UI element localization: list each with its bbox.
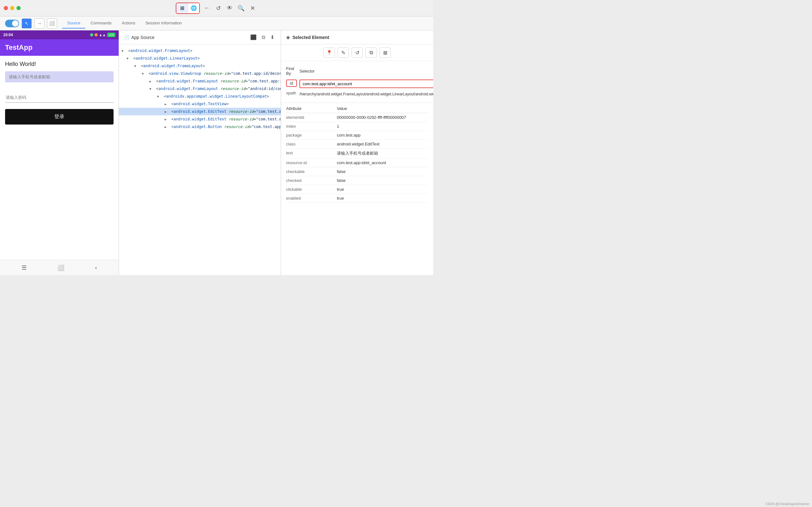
tree-node-framelayout-actionbar[interactable]: ▶ <android.widget.FrameLayout resource-i… — [119, 77, 281, 85]
toggle-knob — [12, 20, 18, 26]
tree-node-framelayout-2[interactable]: ▼ <android.widget.FrameLayout> — [119, 62, 281, 70]
tree-node-viewgroup-3[interactable]: ▼ <android.view.ViewGroup resource-id="c… — [119, 70, 281, 77]
frame-tool-button[interactable]: ⬜ — [47, 18, 57, 29]
traffic-lights — [4, 6, 20, 10]
attr-name-cell: text — [286, 149, 337, 158]
elem-copy-button[interactable]: ⧉ — [365, 48, 377, 58]
tree-node-edittext-account[interactable]: ▶ <android.widget.EditText resource-id="… — [119, 108, 281, 115]
source-panel: 📄 App Source ⬛ ⧉ ⬇ ▼ <android.widget.Fra… — [119, 31, 281, 275]
attr-name-cell: class — [286, 140, 337, 149]
phone-home-icon[interactable]: ⬜ — [57, 264, 64, 271]
source-copy-button[interactable]: ⧉ — [260, 33, 266, 42]
attr-value-cell: true — [337, 185, 428, 194]
attr-name-cell: checked — [286, 176, 337, 185]
title-bar: 原生 App Web \ Hybrid App Mode ⊞ 🌐 ← ↺ 👁 🔍… — [0, 0, 433, 16]
find-by-col-header: Find By — [286, 65, 299, 78]
tree-toggle[interactable]: ▼ — [157, 94, 161, 99]
tree-toggle[interactable]: ▶ — [149, 79, 154, 83]
tree-toggle[interactable]: ▼ — [121, 49, 126, 53]
tree-node-linearlayout-1[interactable]: ▼ <android.widget.LinearLayout> — [119, 55, 281, 62]
phone-app-title: TestApp — [5, 43, 32, 52]
find-by-section: Find By Selector id — [281, 61, 433, 103]
tree-node-framelayout-0[interactable]: ▼ <android.widget.FrameLayout> — [119, 47, 281, 55]
phone-password-input[interactable] — [5, 93, 113, 103]
phone-back-icon[interactable]: ‹ — [95, 264, 97, 271]
tab-source[interactable]: Source — [62, 18, 85, 29]
battery-indicator: 100 — [107, 33, 115, 37]
back-button[interactable]: ← — [202, 3, 212, 13]
select-tool-button[interactable]: ↖ — [21, 18, 32, 29]
attr-table-row: packagecom.test.app — [286, 131, 428, 140]
attributes-section: Attribute Value elementId00000000-0000-0… — [281, 103, 433, 275]
elem-reset-button[interactable]: ↺ — [351, 48, 363, 58]
source-download-button[interactable]: ⬇ — [269, 33, 275, 42]
tree-toggle[interactable]: ▼ — [126, 56, 131, 61]
source-header: 📄 App Source ⬛ ⧉ ⬇ — [119, 31, 281, 44]
native-mode-button[interactable]: ⊞ — [176, 3, 188, 13]
attr-value-cell: false — [337, 167, 428, 176]
tree-node-edittext-pwd[interactable]: ▶ <android.widget.EditText resource-id="… — [119, 115, 281, 123]
elem-edit-button[interactable]: ✎ — [338, 48, 349, 58]
element-header: ◈ Selected Element — [281, 31, 433, 44]
maximize-traffic-light[interactable] — [16, 6, 20, 10]
attr-name-cell: package — [286, 131, 337, 140]
attr-table-row: text请输入手机号或者邮箱 — [286, 149, 428, 158]
id-selector-input[interactable] — [299, 79, 433, 88]
attributes-table: Attribute Value elementId00000000-0000-0… — [286, 103, 428, 203]
arrow-tool-button[interactable]: → — [34, 18, 44, 29]
xpath-label: xpath — [286, 91, 296, 95]
phone-status-bar: 10:04 ▲▲ 100 — [0, 31, 119, 39]
attr-table-row: clickabletrue — [286, 185, 428, 194]
phone-login-button[interactable]: 登录 — [5, 109, 113, 124]
search-button[interactable]: 🔍 — [236, 3, 246, 13]
attr-value-cell: false — [337, 176, 428, 185]
status-icons: ▲▲ 100 — [90, 33, 115, 37]
phone-nav-bar: ☰ ⬜ ‹ — [0, 260, 119, 275]
attr-table-row: resource-idcom.test.app:id/et_account — [286, 158, 428, 167]
tree-toggle[interactable]: ▼ — [149, 87, 154, 91]
tree-toggle[interactable]: ▼ — [134, 64, 139, 68]
phone-menu-icon[interactable]: ☰ — [21, 264, 27, 271]
attr-name-cell: index — [286, 122, 337, 131]
attr-table-row: checkedfalse — [286, 176, 428, 185]
tree-toggle[interactable]: ▶ — [165, 124, 169, 129]
tab-toolbar: ↖ → ⬜ Source Commands Actions Session In… — [0, 16, 433, 31]
status-dot-orange — [95, 33, 98, 37]
attr-table-row: index1 — [286, 122, 428, 131]
close-button[interactable]: ✕ — [247, 3, 258, 13]
xpath-value: /hierarchy/android.widget.FrameLayout/an… — [299, 91, 433, 98]
attr-name-cell: checkable — [286, 167, 337, 176]
elem-delete-button[interactable]: ⊠ — [379, 48, 391, 58]
id-badge: id — [286, 79, 297, 87]
source-title-icon: 📄 — [124, 35, 130, 40]
phone-account-input[interactable] — [5, 71, 113, 82]
tree-toggle[interactable]: ▶ — [165, 109, 169, 114]
phone-hello-text: Hello World! — [5, 61, 113, 67]
tree-node-framelayout-content[interactable]: ▼ <android.widget.FrameLayout resource-i… — [119, 85, 281, 93]
find-by-id-row: id — [286, 78, 433, 89]
value-col-header: Value — [337, 103, 428, 113]
tab-session[interactable]: Session Information — [140, 18, 187, 29]
tree-node-linearlayoutcompat[interactable]: ▼ <androidx.appcompat.widget.LinearLayou… — [119, 93, 281, 100]
tree-toggle[interactable]: ▼ — [142, 71, 146, 76]
attr-col-header: Attribute — [286, 103, 337, 113]
attr-table-row: classandroid.widget.EditText — [286, 140, 428, 149]
tab-navigation: Source Commands Actions Session Informat… — [62, 18, 187, 29]
status-dot-green — [90, 33, 93, 37]
attr-name-cell: resource-id — [286, 158, 337, 167]
tree-node-button-login[interactable]: ▶ <android.widget.Button resource-id="co… — [119, 123, 281, 130]
tab-actions[interactable]: Actions — [117, 18, 141, 29]
minimize-traffic-light[interactable] — [10, 6, 14, 10]
eye-button[interactable]: 👁 — [224, 3, 235, 13]
toggle-switch[interactable] — [5, 20, 19, 27]
web-mode-button[interactable]: 🌐 — [188, 3, 199, 13]
elem-locate-button[interactable]: 📍 — [323, 48, 335, 58]
close-traffic-light[interactable] — [4, 6, 8, 10]
tree-toggle[interactable]: ▶ — [165, 102, 169, 107]
source-screenshot-button[interactable]: ⬛ — [249, 33, 258, 42]
tree-toggle[interactable]: ▶ — [165, 117, 169, 122]
tree-node-textview[interactable]: ▶ <android.widget.TextView> — [119, 100, 281, 108]
refresh-button[interactable]: ↺ — [213, 3, 223, 13]
tab-commands[interactable]: Commands — [85, 18, 116, 29]
main-content: 10:04 ▲▲ 100 TestApp Hello World! 登录 ☰ ⬜… — [0, 31, 433, 275]
